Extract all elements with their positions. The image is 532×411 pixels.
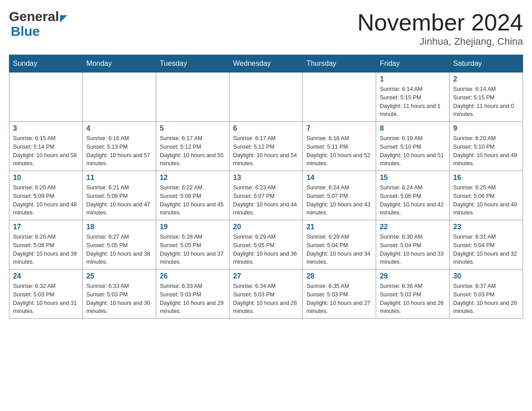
day-info-9: Sunrise: 6:20 AMSunset: 5:10 PMDaylight:…	[453, 134, 519, 168]
day-info-1: Sunrise: 6:14 AMSunset: 5:15 PMDaylight:…	[380, 85, 446, 119]
day-info-27: Sunrise: 6:34 AMSunset: 5:03 PMDaylight:…	[233, 282, 299, 316]
day-number-2: 2	[453, 75, 519, 83]
day-number-13: 13	[233, 174, 299, 182]
cell-week1-day7: 2Sunrise: 6:14 AMSunset: 5:15 PMDaylight…	[450, 73, 523, 122]
cell-week5-day2: 25Sunrise: 6:33 AMSunset: 5:03 PMDayligh…	[82, 270, 156, 319]
day-number-24: 24	[13, 272, 79, 280]
day-number-16: 16	[453, 174, 519, 182]
cell-week3-day7: 16Sunrise: 6:25 AMSunset: 5:06 PMDayligh…	[450, 171, 523, 220]
day-info-30: Sunrise: 6:37 AMSunset: 5:03 PMDaylight:…	[453, 282, 519, 316]
cell-week4-day4: 20Sunrise: 6:29 AMSunset: 5:05 PMDayligh…	[229, 220, 303, 270]
day-info-2: Sunrise: 6:14 AMSunset: 5:15 PMDaylight:…	[453, 85, 519, 119]
day-info-23: Sunrise: 6:31 AMSunset: 5:04 PMDaylight:…	[453, 233, 519, 266]
week-row-4: 17Sunrise: 6:26 AMSunset: 5:06 PMDayligh…	[9, 220, 523, 270]
day-info-28: Sunrise: 6:35 AMSunset: 5:03 PMDaylight:…	[306, 282, 372, 316]
cell-week4-day6: 22Sunrise: 6:30 AMSunset: 5:04 PMDayligh…	[376, 220, 450, 270]
day-number-26: 26	[160, 272, 226, 280]
header-friday: Friday	[376, 55, 450, 73]
day-info-25: Sunrise: 6:33 AMSunset: 5:03 PMDaylight:…	[86, 282, 152, 316]
header-thursday: Thursday	[303, 55, 376, 73]
day-number-8: 8	[380, 124, 446, 133]
day-number-20: 20	[233, 223, 299, 231]
day-number-10: 10	[13, 174, 79, 182]
cell-week1-day6: 1Sunrise: 6:14 AMSunset: 5:15 PMDaylight…	[376, 73, 450, 122]
cell-week3-day1: 10Sunrise: 6:20 AMSunset: 5:09 PMDayligh…	[9, 171, 83, 220]
cell-week1-day2	[82, 73, 156, 122]
day-info-17: Sunrise: 6:26 AMSunset: 5:06 PMDaylight:…	[13, 233, 79, 266]
cell-week4-day1: 17Sunrise: 6:26 AMSunset: 5:06 PMDayligh…	[9, 220, 83, 270]
cell-week5-day1: 24Sunrise: 6:32 AMSunset: 5:03 PMDayligh…	[9, 270, 83, 319]
day-info-13: Sunrise: 6:23 AMSunset: 5:07 PMDaylight:…	[233, 184, 299, 217]
day-info-19: Sunrise: 6:28 AMSunset: 5:05 PMDaylight:…	[160, 233, 226, 266]
day-number-27: 27	[233, 272, 299, 280]
svg-marker-1	[60, 15, 67, 22]
day-number-21: 21	[306, 223, 372, 231]
day-number-9: 9	[453, 124, 519, 133]
day-number-29: 29	[380, 272, 446, 280]
cell-week5-day4: 27Sunrise: 6:34 AMSunset: 5:03 PMDayligh…	[229, 270, 303, 319]
day-number-3: 3	[13, 124, 79, 133]
location-subtitle: Jinhua, Zhejiang, China	[357, 36, 523, 47]
day-number-28: 28	[306, 272, 372, 280]
cell-week4-day3: 19Sunrise: 6:28 AMSunset: 5:05 PMDayligh…	[156, 220, 229, 270]
header-wednesday: Wednesday	[229, 55, 303, 73]
week-row-3: 10Sunrise: 6:20 AMSunset: 5:09 PMDayligh…	[9, 171, 523, 220]
day-number-11: 11	[86, 174, 152, 182]
cell-week4-day5: 21Sunrise: 6:29 AMSunset: 5:04 PMDayligh…	[303, 220, 376, 270]
cell-week4-day2: 18Sunrise: 6:27 AMSunset: 5:05 PMDayligh…	[82, 220, 156, 270]
day-number-19: 19	[160, 223, 226, 231]
logo-general-label: General	[9, 9, 59, 24]
cell-week1-day5	[303, 73, 376, 122]
day-info-24: Sunrise: 6:32 AMSunset: 5:03 PMDaylight:…	[13, 282, 79, 316]
day-number-25: 25	[86, 272, 152, 280]
header-sunday: Sunday	[9, 55, 83, 73]
cell-week3-day4: 13Sunrise: 6:23 AMSunset: 5:07 PMDayligh…	[229, 171, 303, 220]
cell-week5-day7: 30Sunrise: 6:37 AMSunset: 5:03 PMDayligh…	[450, 270, 523, 319]
week-row-2: 3Sunrise: 6:15 AMSunset: 5:14 PMDaylight…	[9, 122, 523, 171]
day-number-22: 22	[380, 223, 446, 231]
day-info-22: Sunrise: 6:30 AMSunset: 5:04 PMDaylight:…	[380, 233, 446, 266]
week-row-1: 1Sunrise: 6:14 AMSunset: 5:15 PMDaylight…	[9, 73, 523, 122]
cell-week1-day3	[156, 73, 229, 122]
cell-week3-day6: 15Sunrise: 6:24 AMSunset: 5:06 PMDayligh…	[376, 171, 450, 220]
day-number-18: 18	[86, 223, 152, 231]
cell-week3-day5: 14Sunrise: 6:24 AMSunset: 5:07 PMDayligh…	[303, 171, 376, 220]
cell-week3-day3: 12Sunrise: 6:22 AMSunset: 5:08 PMDayligh…	[156, 171, 229, 220]
day-number-23: 23	[453, 223, 519, 231]
day-number-12: 12	[160, 174, 226, 182]
logo-blue-label: Blue	[11, 24, 40, 39]
cell-week1-day1	[9, 73, 83, 122]
page-header-wrapper: General Blue November 2024 Jinhua, Zheji…	[9, 9, 523, 47]
cell-week1-day4	[229, 73, 303, 122]
header-saturday: Saturday	[450, 55, 523, 73]
day-info-12: Sunrise: 6:22 AMSunset: 5:08 PMDaylight:…	[160, 184, 226, 217]
day-info-7: Sunrise: 6:18 AMSunset: 5:11 PMDaylight:…	[306, 134, 372, 168]
day-info-8: Sunrise: 6:19 AMSunset: 5:10 PMDaylight:…	[380, 134, 446, 168]
day-number-30: 30	[453, 272, 519, 280]
cell-week2-day5: 7Sunrise: 6:18 AMSunset: 5:11 PMDaylight…	[303, 122, 376, 171]
title-display: November 2024 Jinhua, Zhejiang, China	[357, 9, 523, 47]
logo-display: General Blue	[9, 9, 67, 39]
day-info-3: Sunrise: 6:15 AMSunset: 5:14 PMDaylight:…	[13, 134, 79, 168]
logo-blue-triangle	[60, 10, 67, 26]
cell-week2-day4: 6Sunrise: 6:17 AMSunset: 5:12 PMDaylight…	[229, 122, 303, 171]
day-number-5: 5	[160, 124, 226, 133]
day-number-14: 14	[306, 174, 372, 182]
cell-week2-day3: 5Sunrise: 6:17 AMSunset: 5:12 PMDaylight…	[156, 122, 229, 171]
day-info-29: Sunrise: 6:36 AMSunset: 5:03 PMDaylight:…	[380, 282, 446, 316]
day-info-20: Sunrise: 6:29 AMSunset: 5:05 PMDaylight:…	[233, 233, 299, 266]
cell-week5-day3: 26Sunrise: 6:33 AMSunset: 5:03 PMDayligh…	[156, 270, 229, 319]
month-year-title: November 2024	[357, 9, 523, 36]
header-monday: Monday	[82, 55, 156, 73]
day-info-5: Sunrise: 6:17 AMSunset: 5:12 PMDaylight:…	[160, 134, 226, 168]
calendar-header-row: SundayMondayTuesdayWednesdayThursdayFrid…	[9, 55, 523, 73]
day-info-15: Sunrise: 6:24 AMSunset: 5:06 PMDaylight:…	[380, 184, 446, 217]
cell-week3-day2: 11Sunrise: 6:21 AMSunset: 5:09 PMDayligh…	[82, 171, 156, 220]
cell-week5-day5: 28Sunrise: 6:35 AMSunset: 5:03 PMDayligh…	[303, 270, 376, 319]
day-info-26: Sunrise: 6:33 AMSunset: 5:03 PMDaylight:…	[160, 282, 226, 316]
day-info-4: Sunrise: 6:16 AMSunset: 5:13 PMDaylight:…	[86, 134, 152, 168]
day-number-4: 4	[86, 124, 152, 133]
cell-week5-day6: 29Sunrise: 6:36 AMSunset: 5:03 PMDayligh…	[376, 270, 450, 319]
calendar-table: SundayMondayTuesdayWednesdayThursdayFrid…	[9, 55, 523, 319]
day-info-11: Sunrise: 6:21 AMSunset: 5:09 PMDaylight:…	[86, 184, 152, 217]
